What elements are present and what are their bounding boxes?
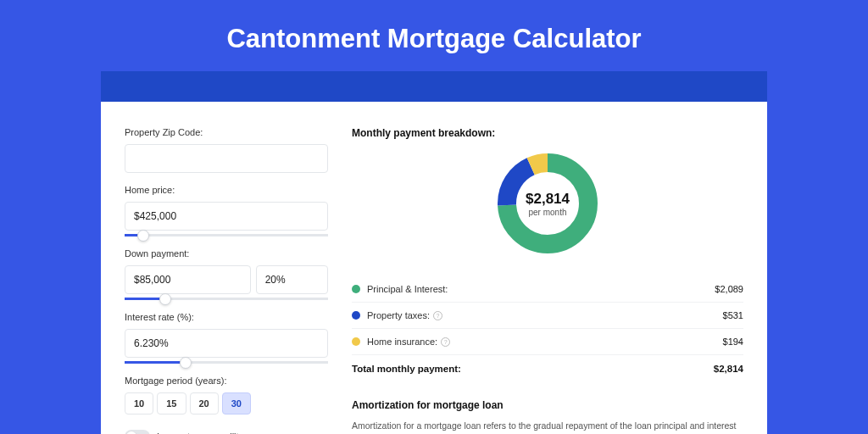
period-30[interactable]: 30 <box>222 392 251 415</box>
total-value: $2,814 <box>714 364 743 374</box>
donut-sub: per month <box>528 208 566 217</box>
down-payment-label: Down payment: <box>125 248 328 259</box>
slider-thumb[interactable] <box>137 230 149 242</box>
zip-label: Property Zip Code: <box>125 127 328 137</box>
period-10[interactable]: 10 <box>125 392 153 415</box>
calculator-card: Property Zip Code: Home price: Down paym… <box>101 102 767 434</box>
info-icon[interactable]: ? <box>441 337 450 347</box>
slider-thumb[interactable] <box>159 293 171 305</box>
info-icon[interactable]: ? <box>433 311 442 320</box>
breakdown-label: Home insurance: ? <box>367 337 723 347</box>
header-accent-bar <box>101 71 767 102</box>
results-column: Monthly payment breakdown: $2,814 per mo… <box>352 127 743 434</box>
breakdown-row-taxes: Property taxes: ? $531 <box>352 303 743 329</box>
breakdown-value: $194 <box>723 337 743 347</box>
amortization-title: Amortization for mortgage loan <box>352 399 743 411</box>
interest-rate-slider[interactable] <box>125 361 328 364</box>
period-label: Mortgage period (years): <box>125 376 328 386</box>
amortization-text: Amortization for a mortgage loan refers … <box>352 420 743 434</box>
legend-dot <box>352 337 360 346</box>
legend-dot <box>352 285 360 293</box>
breakdown-label: Property taxes: ? <box>367 310 723 320</box>
home-price-slider[interactable] <box>125 234 328 236</box>
home-price-input[interactable] <box>125 202 328 231</box>
home-price-label: Home price: <box>125 185 328 195</box>
breakdown-row-principal: Principal & Interest: $2,089 <box>352 276 743 303</box>
period-15[interactable]: 15 <box>157 392 186 415</box>
interest-rate-input[interactable] <box>125 329 328 358</box>
breakdown-row-insurance: Home insurance: ? $194 <box>352 329 743 355</box>
form-column: Property Zip Code: Home price: Down paym… <box>125 127 328 434</box>
breakdown-title: Monthly payment breakdown: <box>352 127 743 139</box>
down-payment-percent-input[interactable] <box>256 265 328 294</box>
down-payment-slider[interactable] <box>125 298 328 300</box>
slider-thumb[interactable] <box>180 357 192 369</box>
interest-rate-label: Interest rate (%): <box>125 312 328 322</box>
breakdown-value: $531 <box>723 310 743 320</box>
period-buttons: 10 15 20 30 <box>125 392 328 415</box>
legend-dot <box>352 311 360 320</box>
zip-input[interactable] <box>125 144 328 173</box>
total-label: Total monthly payment: <box>352 364 461 374</box>
page-title: Cantonment Mortgage Calculator <box>0 0 868 71</box>
donut-chart: $2,814 per month <box>497 153 598 254</box>
veteran-toggle[interactable] <box>125 430 150 434</box>
breakdown-label: Principal & Interest: <box>367 284 715 294</box>
down-payment-amount-input[interactable] <box>125 265 251 294</box>
breakdown-value: $2,089 <box>715 284 743 294</box>
period-20[interactable]: 20 <box>190 392 219 415</box>
total-row: Total monthly payment: $2,814 <box>352 355 743 391</box>
donut-amount: $2,814 <box>526 191 570 208</box>
veteran-toggle-row: I am veteran or military <box>125 430 328 434</box>
donut-chart-wrap: $2,814 per month <box>352 153 743 254</box>
